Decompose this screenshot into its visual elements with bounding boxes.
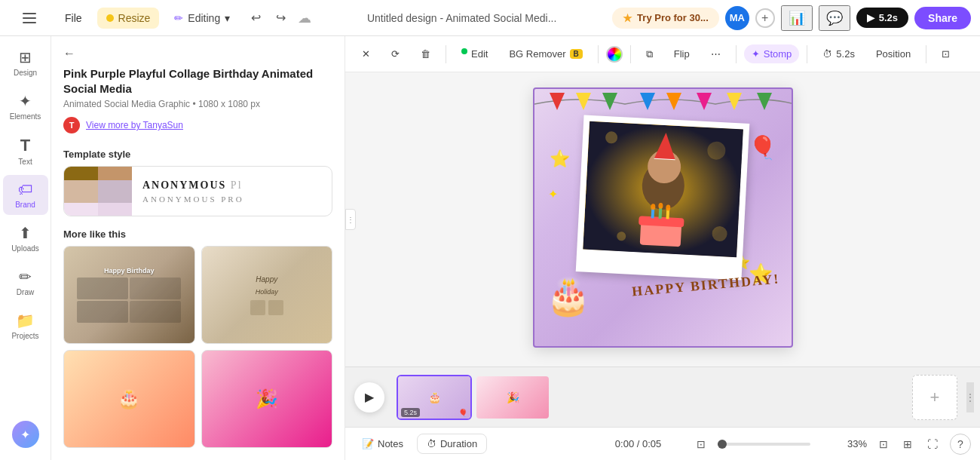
share-button[interactable]: Share [914, 7, 971, 29]
similar-template-4[interactable]: 🎉 [201, 350, 333, 448]
copy-button[interactable]: ⧉ [639, 44, 660, 64]
left-sidebar: ⊞ Design ✦ Elements T Text 🏷 Brand ⬆ Upl… [0, 36, 51, 460]
panel-toggle-button[interactable]: ⋮ [345, 209, 356, 230]
template-text-preview: ANONYMOUS Pl ANONYMOUS PRO [132, 172, 255, 211]
resize-label: Resize [118, 12, 151, 24]
plus-icon: + [761, 11, 768, 25]
present-button[interactable]: ▶ 5.2s [856, 8, 908, 28]
document-title: Untitled design - Animated Social Medi..… [317, 12, 606, 24]
play-icon: ▶ [365, 390, 374, 404]
sidebar-item-brand[interactable]: 🏷 Brand [3, 175, 48, 215]
duration-toggle-button[interactable]: ⏱ Duration [417, 434, 487, 454]
filmstrip-expand[interactable]: ⋮ [966, 382, 974, 412]
color-swatch-6 [98, 203, 132, 217]
toolbar-separator-5 [807, 45, 807, 63]
animate-button[interactable]: ⟳ [384, 44, 407, 63]
sidebar-item-elements[interactable]: ✦ Elements [3, 86, 48, 127]
svg-marker-4 [666, 93, 681, 110]
redo-button[interactable]: ↪ [270, 6, 292, 29]
arrange-button[interactable]: ⊡ [934, 44, 957, 63]
editing-button[interactable]: ✏ Editing ▾ [165, 8, 239, 29]
sidebar-item-design[interactable]: ⊞ Design [3, 42, 48, 83]
template-font-preview-1: ANONYMOUS Pl [142, 179, 244, 192]
sidebar-item-uploads[interactable]: ⬆ Uploads [3, 218, 48, 259]
analytics-icon: 📊 [789, 11, 805, 26]
arrange-icon: ⊡ [942, 48, 950, 60]
more-options-button[interactable]: ⋯ [703, 44, 728, 63]
similar-template-1[interactable]: Happy Birthday [63, 246, 195, 344]
sidebar-item-projects[interactable]: 📁 Projects [3, 305, 48, 346]
stomp-button[interactable]: ✦ Stomp [744, 44, 800, 63]
canvas-area[interactable]: ⋮ ⭐ ⭐ ⭐ [345, 72, 980, 366]
color-picker-button[interactable] [606, 46, 623, 63]
progress-bar[interactable] [718, 443, 810, 446]
try-pro-button[interactable]: ★ Try Pro for 30... [612, 8, 719, 29]
analytics-button[interactable]: 📊 [781, 5, 813, 31]
star-decoration-1: ⭐ [550, 149, 570, 169]
notes-button[interactable]: 📝 Notes [354, 434, 411, 453]
ai-assistant-button[interactable]: ✦ [12, 421, 39, 448]
template-title: Pink Purple Playful Collage Birthday Ani… [63, 66, 332, 96]
trash-icon: 🗑 [421, 48, 430, 60]
similar-template-3[interactable]: 🎂 [63, 350, 195, 448]
zoom-grid-button[interactable]: ⊞ [897, 435, 918, 453]
editor-area: ✕ ⟳ 🗑 Edit BG Remover B ⧉ [345, 36, 980, 460]
star-icon: ★ [623, 12, 632, 24]
hamburger-menu[interactable] [9, 4, 50, 32]
similar-template-2[interactable]: Happy Holiday [201, 246, 333, 344]
projects-icon: 📁 [16, 311, 35, 330]
polaroid-image [583, 121, 743, 257]
uploads-icon: ⬆ [19, 224, 32, 242]
close-element-button[interactable]: ✕ [354, 44, 378, 63]
author-link[interactable]: View more by TanyaSun [86, 120, 183, 130]
playhead-time: 0:00 / 0:05 [592, 438, 684, 449]
file-button[interactable]: File [56, 8, 91, 29]
slide-2[interactable]: 🎉 [475, 375, 550, 420]
more-like-this-heading: More like this [51, 228, 345, 246]
flip-button[interactable]: Flip [666, 44, 697, 63]
edit-button[interactable]: Edit [454, 44, 495, 63]
help-button[interactable]: ? [950, 434, 971, 455]
template-font-preview-2: ANONYMOUS PRO [142, 195, 244, 204]
template-subtitle: Animated Social Media Graphic • 1080 x 1… [63, 99, 332, 109]
stomp-label: Stomp [764, 48, 792, 60]
svg-marker-7 [757, 93, 772, 110]
zoom-fullscreen-button[interactable]: ⛶ [921, 435, 944, 453]
resize-button[interactable]: Resize [97, 8, 160, 29]
sidebar-item-draw[interactable]: ✏ Draw [3, 262, 48, 302]
balloon-decoration: 🎈 [749, 134, 776, 161]
avatar[interactable]: MA [725, 6, 749, 30]
position-button[interactable]: Position [868, 44, 918, 63]
frame-icon: ⊡ [697, 438, 706, 450]
design-canvas[interactable]: ⭐ ⭐ ⭐ ✦ 🎈 [533, 87, 793, 348]
notes-icon: 📝 [362, 438, 374, 449]
bg-remover-button[interactable]: BG Remover B [501, 44, 590, 63]
sidebar-item-text[interactable]: T Text [3, 130, 48, 172]
main-area: ⊞ Design ✦ Elements T Text 🏷 Brand ⬆ Upl… [0, 36, 980, 460]
resize-dot-icon [106, 14, 114, 22]
sidebar-label-elements: Elements [10, 112, 41, 121]
template-style-card[interactable]: ANONYMOUS Pl ANONYMOUS PRO [63, 166, 332, 216]
progress-thumb[interactable] [718, 440, 727, 449]
undo-button[interactable]: ↩ [245, 6, 267, 29]
copy-icon: ⧉ [646, 48, 653, 60]
editing-label: Editing [188, 12, 220, 24]
template-color-swatches [64, 166, 132, 216]
add-slide-button[interactable]: + [912, 375, 957, 420]
chat-button[interactable]: 💬 [819, 5, 850, 31]
polaroid-frame[interactable] [575, 115, 749, 280]
zoom-fit-button[interactable]: ⊡ [873, 435, 894, 453]
panel-back-button[interactable]: ← [63, 47, 75, 60]
sidebar-label-uploads: Uploads [11, 244, 39, 253]
slide-1[interactable]: 🎂 5.2s 🎈 [397, 375, 472, 420]
add-account-button[interactable]: + [755, 8, 775, 28]
duration-button[interactable]: ⏱ 5.2s [815, 44, 862, 63]
delete-element-button[interactable]: 🗑 [413, 44, 438, 63]
toolbar-separator-2 [598, 45, 599, 63]
pencil-icon: ✏ [174, 12, 183, 24]
toolbar-separator-1 [446, 45, 446, 63]
play-button[interactable]: ▶ [354, 382, 384, 412]
help-icon: ? [957, 438, 963, 450]
frame-toggle-button[interactable]: ⊡ [691, 434, 712, 454]
slide-1-duration: 5.2s [401, 408, 420, 417]
